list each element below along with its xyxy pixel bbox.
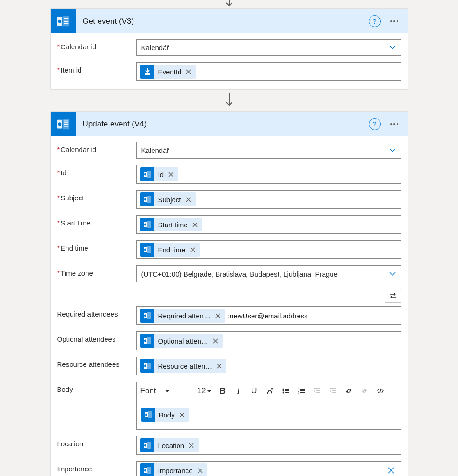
font-color-button[interactable] [262, 384, 277, 398]
help-icon[interactable]: ? [369, 15, 381, 27]
location-input[interactable]: Location [136, 436, 401, 455]
italic-button[interactable]: I [231, 384, 246, 398]
subject-input[interactable]: Subject [136, 190, 401, 209]
outlook-token-icon [140, 218, 154, 231]
svg-rect-35 [147, 363, 151, 369]
chevron-down-icon [389, 146, 396, 154]
label-id: *Id [57, 165, 136, 177]
end-time-input[interactable]: End time [136, 240, 401, 259]
remove-token-icon[interactable] [214, 313, 221, 318]
rte-toolbar: Font 12 B I U 123 [137, 382, 401, 400]
required-attendees-input[interactable]: Required atten… ;newUser@email.address [136, 306, 401, 325]
remove-token-icon[interactable] [192, 222, 199, 227]
caret-down-icon [165, 386, 170, 396]
token-eventid[interactable]: EventId [140, 65, 196, 79]
svg-rect-42 [285, 392, 289, 393]
outlook-token-icon [141, 408, 155, 422]
body-content-area[interactable]: Body [137, 400, 401, 429]
svg-rect-6 [64, 23, 68, 24]
svg-point-37 [283, 389, 284, 390]
remove-token-icon[interactable] [197, 468, 204, 473]
insert-link-button[interactable] [341, 384, 356, 398]
time-zone-select[interactable]: (UTC+01:00) Belgrade, Bratislava, Budape… [136, 265, 401, 282]
token-resource-attendees[interactable]: Resource atten… [140, 359, 227, 373]
svg-rect-57 [148, 411, 152, 418]
svg-rect-44 [300, 389, 305, 390]
label-location: Location [57, 436, 136, 448]
underline-button[interactable]: U [246, 384, 261, 398]
item-id-input[interactable]: EventId [136, 62, 401, 81]
bold-button[interactable]: B [215, 384, 230, 398]
svg-rect-40 [285, 390, 289, 391]
decrease-indent-button[interactable] [310, 384, 325, 398]
token-subject[interactable]: Subject [140, 192, 196, 206]
token-body[interactable]: Body [141, 408, 189, 422]
remove-token-icon[interactable] [179, 412, 186, 417]
font-family-select[interactable]: Font [139, 385, 194, 397]
card-title: Update event (V4) [83, 119, 362, 129]
remove-token-icon[interactable] [212, 338, 219, 344]
remove-token-icon[interactable] [216, 364, 223, 369]
svg-point-1 [58, 20, 62, 23]
token-end-time[interactable]: End time [140, 243, 200, 257]
card-header[interactable]: Update event (V4) ? [51, 112, 408, 136]
svg-rect-13 [64, 124, 68, 125]
optional-attendees-input[interactable]: Optional atten… [136, 331, 401, 350]
calendar-id-select[interactable]: Kalendář [136, 142, 401, 159]
label-body: Body [57, 382, 136, 393]
outlook-token-icon [140, 243, 154, 257]
increase-indent-button[interactable] [325, 384, 340, 398]
label-importance: Importance [57, 461, 136, 473]
label-start-time: *Start time [57, 215, 136, 227]
token-id[interactable]: Id [140, 167, 179, 181]
svg-rect-51 [316, 392, 320, 393]
more-menu-icon[interactable] [387, 18, 401, 25]
numbered-list-button[interactable]: 123 [294, 384, 309, 398]
clear-field-icon[interactable] [385, 465, 397, 476]
token-required-attendees[interactable]: Required atten… [140, 309, 225, 323]
svg-rect-29 [147, 312, 151, 319]
swap-input-mode-button[interactable] [385, 289, 401, 303]
outlook-token-icon [140, 334, 154, 348]
attendees-extra-text: ;newUser@email.address [228, 312, 308, 320]
font-size-select[interactable]: 12 [195, 385, 214, 397]
outlook-token-icon [140, 192, 154, 206]
svg-text:3: 3 [298, 391, 300, 394]
remove-token-icon[interactable] [185, 69, 192, 74]
remove-token-icon[interactable] [189, 247, 196, 252]
svg-rect-26 [147, 246, 151, 253]
svg-rect-14 [64, 126, 68, 126]
svg-rect-38 [285, 389, 289, 390]
caret-down-icon [206, 386, 212, 396]
token-importance[interactable]: Importance [140, 463, 207, 476]
remove-token-icon[interactable] [185, 197, 192, 202]
resource-attendees-input[interactable]: Resource atten… [136, 357, 401, 375]
bulleted-list-button[interactable] [278, 384, 293, 398]
code-view-button[interactable] [373, 384, 388, 398]
remove-token-icon[interactable] [167, 172, 174, 177]
svg-rect-7 [145, 73, 150, 75]
label-end-time: *End time [57, 240, 136, 252]
remove-link-button[interactable] [357, 384, 372, 398]
more-menu-icon[interactable] [387, 120, 401, 128]
calendar-id-select[interactable]: Kalendář [136, 39, 401, 56]
token-start-time[interactable]: Start time [140, 218, 202, 231]
label-calendar-id: *Calendar id [57, 39, 136, 51]
token-location[interactable]: Location [140, 438, 199, 452]
token-optional-attendees[interactable]: Optional atten… [140, 334, 223, 348]
outlook-token-icon [140, 359, 154, 373]
chevron-down-icon [389, 270, 396, 278]
card-title: Get event (V3) [83, 17, 362, 26]
importance-input[interactable]: Importance [136, 461, 401, 476]
id-input[interactable]: Id [136, 165, 401, 184]
body-rich-text-editor: Font 12 B I U 123 [136, 382, 401, 430]
svg-rect-5 [64, 21, 68, 22]
start-time-input[interactable]: Start time [136, 215, 401, 234]
chevron-down-icon [389, 44, 396, 51]
card-header[interactable]: Get event (V3) ? [51, 9, 408, 33]
svg-rect-52 [330, 388, 336, 389]
help-icon[interactable]: ? [369, 118, 381, 130]
remove-token-icon[interactable] [188, 443, 195, 448]
svg-point-62 [144, 469, 146, 472]
svg-rect-50 [316, 390, 320, 391]
